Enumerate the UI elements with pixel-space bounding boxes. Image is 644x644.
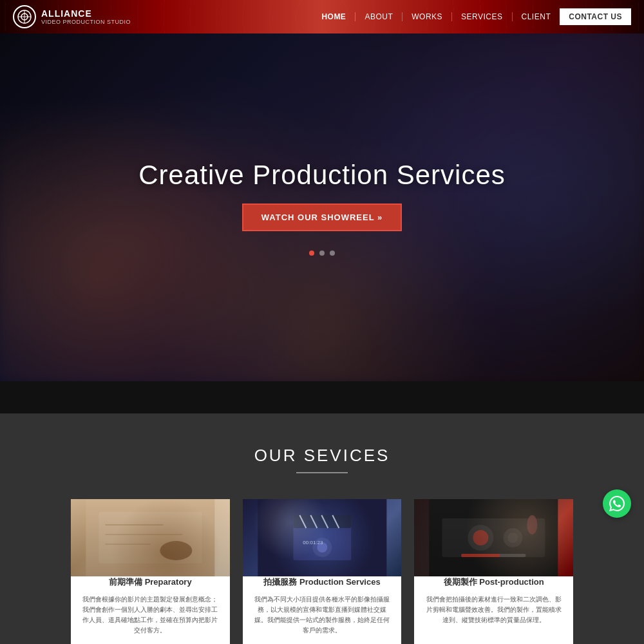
service-name-2: 拍攝服務 Production Services — [252, 576, 393, 588]
whatsapp-fab[interactable] — [603, 489, 631, 518]
svg-rect-26 — [462, 554, 526, 557]
svg-line-16 — [332, 515, 339, 528]
svg-point-23 — [473, 530, 489, 545]
service-desc-3: 我們會把拍攝後的素材進行一致和二次調色、影片剪輯和電腦聲效改善。我們的製作，置能… — [423, 594, 564, 625]
service-card-preparatory: 前期準備 Preparatory 我們會根據你的影片的主題製定發展創意概念；我們… — [71, 499, 230, 644]
svg-rect-11 — [293, 515, 351, 560]
svg-rect-4 — [86, 499, 214, 576]
section-underline — [296, 472, 348, 473]
nav-client[interactable]: CLIENT — [513, 12, 560, 21]
service-img-postproduction — [414, 499, 573, 576]
svg-rect-20 — [430, 499, 558, 576]
svg-rect-27 — [462, 554, 500, 557]
nav-services[interactable]: SERVICES — [452, 12, 512, 21]
service-desc-1: 我們會根據你的影片的主題製定發展創意概念；我們會創作一個別人入勝的劇本、並尋出安… — [80, 594, 221, 636]
section-header: OUR SEVICES — [13, 446, 631, 473]
svg-point-22 — [468, 525, 494, 551]
svg-rect-21 — [442, 518, 545, 557]
contact-us-button[interactable]: CONTACT US — [560, 8, 631, 25]
svg-point-18 — [317, 542, 327, 553]
logo-text-wrap: ALLIANCE VIDEO PRODUCTION STUDIO — [41, 8, 131, 25]
service-card-postproduction: 後期製作 Post-production 我們會把拍攝後的素材進行一致和二次調色… — [414, 499, 573, 644]
service-img-preparatory — [71, 499, 230, 576]
nav-works[interactable]: WORKS — [402, 12, 452, 21]
service-desc-2: 我們為不同大小項目提供各種水平的影像拍攝服務，以大規模的宣傳和電影直播到媒體社交… — [252, 594, 393, 636]
service-img-production: 00:01:23 — [243, 499, 402, 576]
card-body-2: 拍攝服務 Production Services 我們為不同大小項目提供各種水平… — [243, 576, 402, 636]
section-title: OUR SEVICES — [13, 446, 631, 466]
svg-line-13 — [299, 515, 306, 528]
hero-dot-1[interactable] — [309, 251, 314, 256]
service-name-3: 後期製作 Post-production — [423, 576, 564, 588]
nav-about[interactable]: ABOUT — [355, 12, 402, 21]
service-card-production: 00:01:23 拍攝服務 Production Services 我們為不同大… — [243, 499, 402, 644]
hero-section: Creative Production Services WATCH OUR S… — [0, 33, 644, 381]
service-name-1: 前期準備 Preparatory — [80, 576, 221, 588]
hero-dot-3[interactable] — [330, 251, 335, 256]
card-body-1: 前期準備 Preparatory 我們會根據你的影片的主題製定發展創意概念；我們… — [71, 576, 230, 636]
hero-dot-2[interactable] — [319, 251, 325, 256]
services-grid: 前期準備 Preparatory 我們會根據你的影片的主題製定發展創意概念；我們… — [71, 499, 573, 644]
svg-line-14 — [310, 515, 317, 528]
svg-point-9 — [160, 541, 192, 560]
hero-dots — [309, 251, 335, 256]
svg-rect-5 — [99, 512, 202, 564]
logo[interactable]: ALLIANCE VIDEO PRODUCTION STUDIO — [13, 5, 131, 28]
hero-title: Creative Production Services — [138, 160, 506, 191]
card-body-3: 後期製作 Post-production 我們會把拍攝後的素材進行一致和二次調色… — [414, 576, 573, 625]
logo-icon — [13, 5, 36, 28]
svg-rect-10 — [258, 499, 386, 576]
svg-point-28 — [527, 515, 538, 535]
showreel-button[interactable]: WATCH OUR SHOWREEL » — [242, 204, 402, 231]
logo-name: ALLIANCE — [41, 8, 131, 19]
svg-line-15 — [321, 515, 328, 528]
navigation: ALLIANCE VIDEO PRODUCTION STUDIO HOME AB… — [0, 0, 644, 33]
black-band — [0, 381, 644, 413]
services-section: OUR SEVICES 前期準備 Preparatory 我們會根據你的影片的主… — [0, 413, 644, 644]
nav-home[interactable]: HOME — [312, 12, 355, 21]
svg-point-17 — [312, 538, 332, 557]
svg-point-25 — [508, 533, 518, 543]
nav-links: HOME ABOUT WORKS SERVICES CLIENT CONTACT… — [312, 8, 631, 25]
svg-point-24 — [504, 528, 523, 547]
svg-rect-12 — [293, 515, 351, 528]
logo-subtitle: VIDEO PRODUCTION STUDIO — [41, 19, 131, 25]
hero-content: Creative Production Services WATCH OUR S… — [0, 33, 644, 381]
svg-text:00:01:23: 00:01:23 — [303, 540, 323, 545]
